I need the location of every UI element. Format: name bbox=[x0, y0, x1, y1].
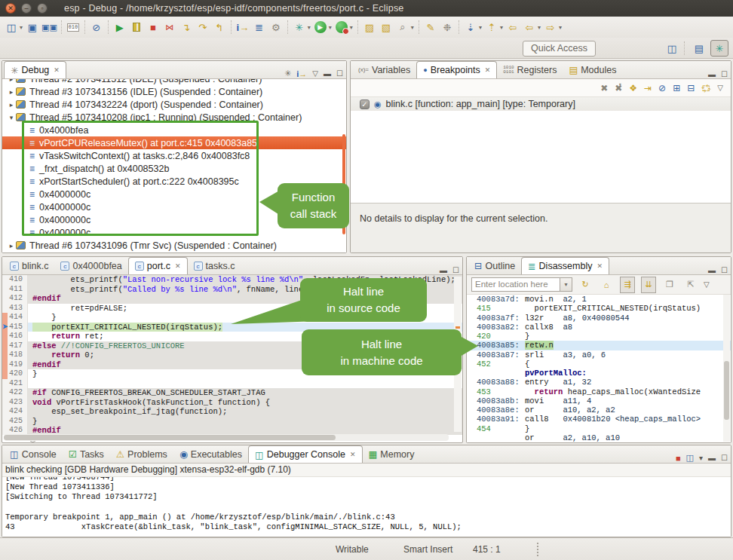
tab-tasks-c[interactable]: ctasks.c bbox=[188, 257, 241, 274]
disassembly-source-line[interactable]: 452{ bbox=[467, 360, 731, 369]
forward-icon[interactable]: ⇨ bbox=[543, 19, 558, 35]
disassembly-line[interactable]: 40083a88:entry a1, 32 bbox=[467, 378, 731, 387]
search-icon[interactable]: ⌕ bbox=[395, 19, 410, 35]
code-line[interactable]: 419#endif bbox=[2, 360, 462, 370]
debug-perspective-button[interactable]: ✳ bbox=[710, 40, 728, 57]
tab-port-c[interactable]: cport.c✕ bbox=[128, 257, 188, 274]
console-dropdown-icon[interactable]: ▾ bbox=[699, 454, 703, 462]
instruction-stepping-icon[interactable]: i→ bbox=[235, 19, 250, 35]
external-tools-button[interactable] bbox=[334, 19, 349, 35]
disassembly-line[interactable]: 40083a7d:movi.n a2, 1 bbox=[467, 295, 731, 304]
disassembly-source-line[interactable]: 454} bbox=[467, 424, 731, 433]
location-input[interactable]: Enter location here bbox=[471, 277, 560, 292]
maximize-icon[interactable]: ☐ bbox=[721, 266, 728, 274]
scrollbar-thumb[interactable] bbox=[724, 361, 729, 420]
disassembly-content[interactable]: 40083a7d:movi.n a2, 1 415 portEXIT_CRITI… bbox=[467, 295, 731, 442]
close-icon[interactable]: ✕ bbox=[597, 262, 603, 270]
line-number[interactable]: 410 bbox=[2, 275, 28, 285]
new-wizard-dropdown-icon[interactable]: ▾ bbox=[20, 24, 23, 31]
expander-icon[interactable]: ▾ bbox=[7, 114, 16, 121]
new-view-icon[interactable]: ❐ bbox=[662, 277, 677, 293]
disassembly-label-line[interactable]: pvPortMalloc: bbox=[467, 369, 731, 378]
tab-registers[interactable]: 10100101Registers bbox=[497, 61, 563, 78]
stack-frame-row[interactable]: ≡xPortStartScheduler() at port.c:222 0x4… bbox=[2, 175, 346, 188]
disassembly-line[interactable]: or a2, a10, a10 bbox=[467, 433, 731, 442]
save-all-icon[interactable]: ▣▣ bbox=[41, 19, 57, 35]
go-to-file-icon[interactable]: ⇥ bbox=[644, 83, 652, 93]
external-annotations-icon[interactable]: ❉ bbox=[440, 19, 455, 35]
run-button[interactable]: ▶ bbox=[313, 19, 328, 35]
remove-all-breakpoints-icon[interactable]: ✖̽ bbox=[615, 83, 622, 93]
show-breakpoints-for-target-icon[interactable]: ❖ bbox=[629, 83, 637, 93]
code-line[interactable]: 422#if CONFIG_FREERTOS_BREAK_ON_SCHEDULE… bbox=[2, 388, 462, 398]
disassembly-line[interactable]: 40083a8e:or a10, a2, a2 bbox=[467, 405, 731, 415]
maximize-icon[interactable]: ☐ bbox=[721, 70, 728, 78]
tab-breakpoints[interactable]: ●Breakpoints✕ bbox=[416, 61, 497, 78]
pin-view-icon[interactable]: ⇱ bbox=[683, 277, 698, 293]
skip-all-breakpoints-icon[interactable]: ⊘ bbox=[658, 83, 666, 93]
stack-frame-row[interactable]: ≡0x4000000c bbox=[2, 213, 346, 226]
back-dropdown-icon[interactable]: ▾ bbox=[538, 24, 541, 31]
disassembly-line[interactable]: 40083a91:call8 0x40081b20 <heap_caps_mal… bbox=[467, 415, 731, 424]
scrollbar-thumb[interactable] bbox=[4, 435, 336, 440]
sync-with-stack-icon[interactable]: ⇶ bbox=[620, 277, 635, 293]
line-number[interactable]: 422 bbox=[2, 388, 28, 398]
disassembly-source-line[interactable]: 415 portEXIT_CRITICAL_NESTED(irqStatus) bbox=[467, 304, 731, 313]
view-menu-icon[interactable]: ▽ bbox=[704, 280, 710, 289]
view-menu-icon[interactable]: ▽ bbox=[717, 84, 723, 92]
disconnect-icon[interactable]: ⋈ bbox=[162, 19, 177, 35]
quick-access-button[interactable]: Quick Access bbox=[523, 41, 596, 57]
last-edit-dropdown-icon[interactable]: ▾ bbox=[479, 24, 482, 31]
tab-problems[interactable]: ⚠Problems bbox=[110, 445, 173, 463]
tab-console[interactable]: ◫Console bbox=[4, 445, 63, 463]
console-output[interactable]: [New Thread 1073468744] [New Thread 1073… bbox=[2, 477, 731, 537]
stack-frame-row[interactable]: ≡0x4000bfea bbox=[2, 124, 346, 136]
code-line[interactable]: 412#endif bbox=[2, 294, 462, 304]
previous-edit-dropdown-icon[interactable]: ▾ bbox=[500, 24, 503, 31]
external-tools-dropdown-icon[interactable]: ▾ bbox=[350, 24, 353, 31]
line-number[interactable]: 423 bbox=[2, 398, 28, 408]
code-line[interactable]: 424 esp_set_breakpoint_if_jtag(function)… bbox=[2, 407, 462, 417]
debug-button[interactable]: ✳ bbox=[292, 19, 307, 35]
close-icon[interactable]: ✕ bbox=[54, 66, 60, 74]
thread-row[interactable]: ▸Thread #6 1073431096 (Tmr Svc) (Suspend… bbox=[2, 239, 346, 252]
tab-outline[interactable]: ⊟Outline bbox=[468, 257, 521, 274]
cpp-perspective-button[interactable]: ▤ bbox=[690, 40, 708, 57]
tab-memory[interactable]: ▦Memory bbox=[363, 445, 421, 463]
disassembly-scrollbar[interactable] bbox=[723, 295, 730, 442]
link-with-debug-icon[interactable]: ⮔ bbox=[701, 83, 710, 93]
remove-breakpoint-icon[interactable]: ✖ bbox=[600, 83, 608, 93]
close-icon[interactable]: ✕ bbox=[350, 451, 356, 458]
skip-all-breakpoints-icon[interactable]: ⊘ bbox=[89, 19, 104, 35]
code-line[interactable]: 421 bbox=[2, 379, 462, 389]
thread-row[interactable]: ▸Thread #3 1073413156 (IDLE) (Suspended … bbox=[2, 85, 346, 98]
thread-row[interactable]: ▸Thread #2 1073411512 (IDLE) (Suspended … bbox=[2, 79, 346, 85]
line-number[interactable]: 424 bbox=[2, 407, 28, 417]
editor-vertical-scrollbar[interactable] bbox=[454, 277, 462, 432]
back-history-icon[interactable]: ⇦ bbox=[522, 19, 537, 35]
disassembly-line[interactable]: 40083a7f:l32r a8, 0x40080544 bbox=[467, 314, 731, 323]
breakpoint-checkbox[interactable]: ✓ bbox=[360, 99, 370, 109]
stack-frame-row[interactable]: ≡0x4000000c bbox=[2, 188, 346, 200]
debug-dropdown-icon[interactable]: ▾ bbox=[308, 24, 311, 31]
line-number[interactable]: 412 bbox=[2, 294, 28, 304]
disassembly-line[interactable]: 40083a8b:movi a11, 4 bbox=[467, 396, 731, 405]
open-perspective-icon[interactable]: ◫ bbox=[663, 40, 681, 57]
thread-row[interactable]: ▸Thread #4 1073432224 (dport) (Suspended… bbox=[2, 98, 346, 111]
code-line[interactable]: 416 return ret; bbox=[2, 332, 462, 341]
minimize-icon[interactable]: ▬ bbox=[708, 454, 716, 462]
stack-frame-row[interactable]: ≡_frxt_dispatch() at 0x4008532b bbox=[2, 162, 346, 175]
tab-0x4000bfea[interactable]: c0x4000bfea bbox=[54, 257, 127, 274]
step-into-icon[interactable]: ↴ bbox=[179, 19, 194, 35]
code-line[interactable]: 410 ets_printf("Last non-recursive lock … bbox=[2, 275, 462, 285]
breakpoint-row[interactable]: ✓ ◉ blink.c [function: app_main] [type: … bbox=[351, 97, 731, 111]
save-icon[interactable]: ▣ bbox=[25, 19, 40, 35]
maximize-icon[interactable]: ☐ bbox=[721, 454, 728, 462]
expander-icon[interactable]: ▸ bbox=[7, 79, 16, 83]
open-element-icon[interactable]: ▨ bbox=[362, 19, 377, 35]
tab-blink-c[interactable]: cblink.c bbox=[4, 257, 54, 274]
line-number[interactable]: 413 bbox=[2, 304, 28, 314]
minimize-icon[interactable]: ▬ bbox=[324, 69, 331, 78]
terminate-icon[interactable]: ■ bbox=[146, 19, 161, 35]
display-console-icon[interactable]: ◫ bbox=[686, 453, 694, 463]
